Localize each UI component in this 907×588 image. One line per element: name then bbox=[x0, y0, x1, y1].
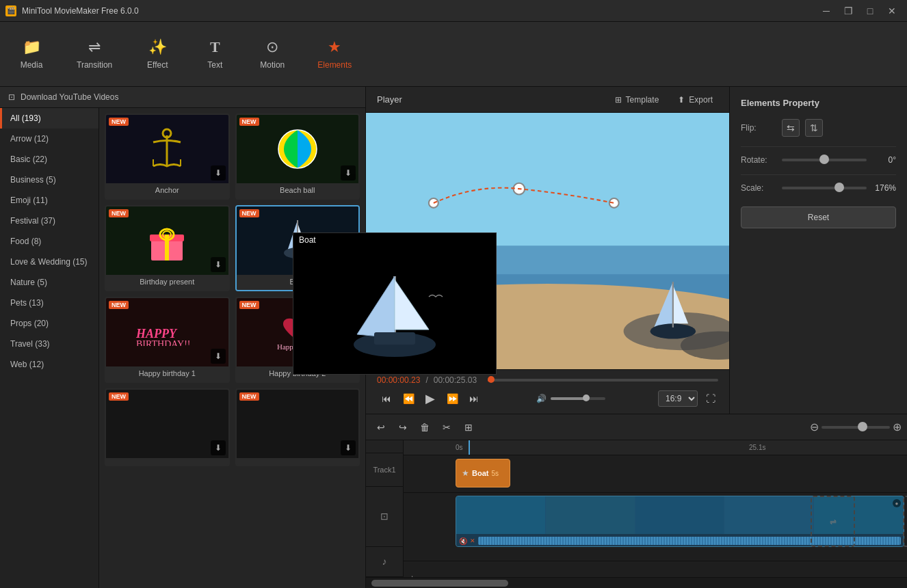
fullscreen-button[interactable]: ⛶ bbox=[703, 390, 718, 407]
frame-4 bbox=[724, 496, 814, 534]
element-row3-1-thumb: NEW ⬇ bbox=[106, 390, 228, 458]
clip-end-indicator: ● bbox=[893, 499, 901, 507]
cut-button[interactable]: ✂ bbox=[437, 418, 456, 437]
rotate-thumb[interactable] bbox=[819, 155, 829, 164]
cat-festival[interactable]: Festival (37) bbox=[0, 211, 98, 231]
volume-icon: 🔊 bbox=[536, 394, 547, 403]
timeline-ruler: 0s 25.1s bbox=[404, 440, 907, 455]
download-youtube-bar[interactable]: ⊡ Download YouTube Videos bbox=[0, 87, 365, 108]
tool-transition[interactable]: ⇌ Transition bbox=[68, 33, 120, 75]
cat-pets[interactable]: Pets (13) bbox=[0, 293, 98, 313]
cat-business[interactable]: Business (5) bbox=[0, 170, 98, 190]
cat-props[interactable]: Props (20) bbox=[0, 313, 98, 334]
redo-button[interactable]: ↪ bbox=[393, 418, 412, 437]
playhead[interactable] bbox=[469, 440, 470, 455]
tool-elements[interactable]: ★ Elements bbox=[309, 33, 360, 75]
scrollbar-thumb[interactable] bbox=[371, 580, 508, 587]
row3-2-download-btn[interactable]: ⬇ bbox=[341, 440, 356, 455]
restore-button[interactable]: ❐ bbox=[839, 1, 858, 21]
cat-travel[interactable]: Travel (33) bbox=[0, 334, 98, 354]
flip-row: Flip: ⇆ ⇅ bbox=[741, 119, 896, 137]
rotate-slider[interactable] bbox=[782, 159, 867, 161]
birthday-present-download-btn[interactable]: ⬇ bbox=[211, 257, 226, 272]
download-youtube-icon: ⊡ bbox=[8, 92, 15, 102]
element-birthday-present[interactable]: NEW ⬇ Birthday present bbox=[105, 205, 230, 291]
skip-start-button[interactable]: ⏮ bbox=[377, 389, 396, 408]
split-button[interactable]: ⊞ bbox=[459, 418, 478, 437]
reset-button[interactable]: Reset bbox=[741, 206, 896, 228]
rotate-row: Rotate: 0° bbox=[741, 155, 896, 165]
skip-end-button[interactable]: ⏭ bbox=[464, 389, 484, 408]
cat-arrow[interactable]: Arrow (12) bbox=[0, 129, 98, 149]
progress-thumb[interactable] bbox=[488, 376, 495, 383]
clip-name: Boat bbox=[472, 469, 488, 477]
scale-slider[interactable] bbox=[782, 187, 867, 189]
close-button[interactable]: ✕ bbox=[882, 1, 902, 21]
element-row3-1[interactable]: NEW ⬇ bbox=[105, 388, 230, 466]
element-anchor[interactable]: NEW ⬇ A bbox=[105, 113, 230, 200]
scale-control: 176% bbox=[782, 183, 896, 193]
player-header: Player ⊞ Template ⬆ Export bbox=[366, 87, 729, 113]
export-button[interactable]: ⬆ Export bbox=[672, 92, 718, 107]
tool-effect[interactable]: ✨ Effect bbox=[137, 33, 178, 75]
aspect-ratio-select[interactable]: 16:9 9:16 1:1 4:3 bbox=[658, 390, 698, 407]
playback-controls: ⏮ ⏪ ▶ ⏩ ⏭ bbox=[377, 389, 484, 408]
volume-slider[interactable] bbox=[551, 397, 605, 400]
flip-vertical-button[interactable]: ⇅ bbox=[805, 119, 823, 137]
titlebar-left: 🎬 MiniTool MovieMaker Free 6.0.0 bbox=[5, 5, 139, 16]
download-youtube-label: Download YouTube Videos bbox=[21, 92, 118, 102]
tool-motion[interactable]: ⊙ Motion bbox=[252, 33, 293, 75]
row3-1-download-btn[interactable]: ⬇ bbox=[211, 440, 226, 455]
progress-bar[interactable] bbox=[488, 379, 718, 382]
cat-nature[interactable]: Nature (5) bbox=[0, 272, 98, 293]
frame-2 bbox=[546, 496, 635, 534]
cat-food[interactable]: Food (8) bbox=[0, 231, 98, 252]
anchor-download-btn[interactable]: ⬇ bbox=[211, 165, 226, 181]
minimize-button[interactable]: ─ bbox=[817, 1, 836, 21]
track2-row: 🔇 ✕ ● ⇌ ⬇ bbox=[404, 493, 907, 561]
volume-fill bbox=[551, 397, 586, 400]
maximize-button[interactable]: □ bbox=[860, 1, 880, 21]
player-header-actions: ⊞ Template ⬆ Export bbox=[609, 92, 718, 107]
zoom-thumb[interactable] bbox=[858, 422, 867, 431]
timeline-scrollbar[interactable] bbox=[366, 577, 907, 588]
volume-thumb[interactable] bbox=[583, 395, 590, 401]
cat-love-wedding[interactable]: Love & Wedding (15) bbox=[0, 252, 98, 272]
hb1-download-btn[interactable]: ⬇ bbox=[211, 349, 226, 364]
cat-basic[interactable]: Basic (22) bbox=[0, 149, 98, 170]
time-total: 00:00:25.03 bbox=[434, 375, 477, 385]
cat-all[interactable]: All (193) bbox=[0, 108, 98, 129]
element-happy-birthday-1[interactable]: NEW HAPPY BIRTHDAY!! ⬇ Happy birthday 1 bbox=[105, 297, 230, 383]
zoom-in-icon[interactable]: ⊕ bbox=[893, 420, 902, 433]
zoom-slider[interactable] bbox=[821, 426, 890, 429]
skip-back-button[interactable]: ⏪ bbox=[399, 389, 418, 408]
flip-horizontal-button[interactable]: ⇆ bbox=[782, 119, 800, 137]
skip-forward-button[interactable]: ⏩ bbox=[443, 389, 462, 408]
tool-media[interactable]: 📁 Media bbox=[11, 33, 52, 75]
transition-slot-2[interactable]: ⬇ bbox=[903, 496, 907, 547]
element-beach-ball[interactable]: NEW ⬇ Beach ball bbox=[235, 113, 360, 200]
timeline-tracks[interactable]: 0s 25.1s ★ Boat 5s bbox=[404, 440, 907, 577]
tool-text[interactable]: T Text bbox=[194, 33, 235, 75]
play-button[interactable]: ▶ bbox=[421, 389, 440, 408]
boat-element-clip[interactable]: ★ Boat 5s bbox=[456, 459, 510, 487]
right-controls: 16:9 9:16 1:1 4:3 ⛶ bbox=[658, 390, 718, 407]
hb1-graphic: HAPPY BIRTHDAY!! bbox=[133, 319, 201, 346]
svg-rect-35 bbox=[374, 332, 415, 345]
transition-slot-1[interactable]: ⇌ bbox=[811, 496, 855, 547]
zoom-out-icon[interactable]: ⊖ bbox=[810, 420, 819, 433]
delete-button[interactable]: 🗑 bbox=[415, 418, 434, 437]
element-row3-2[interactable]: NEW ⬇ bbox=[235, 388, 360, 466]
scale-thumb[interactable] bbox=[834, 183, 844, 192]
svg-text:BIRTHDAY!!: BIRTHDAY!! bbox=[136, 339, 191, 346]
track2-label: ⊡ bbox=[366, 487, 403, 547]
cat-emoji[interactable]: Emoji (11) bbox=[0, 190, 98, 211]
media-icon: 📁 bbox=[23, 38, 41, 56]
app-title: MiniTool MovieMaker Free 6.0.0 bbox=[22, 6, 139, 16]
cat-web[interactable]: Web (12) bbox=[0, 354, 98, 375]
undo-button[interactable]: ↩ bbox=[371, 418, 391, 437]
template-button[interactable]: ⊞ Template bbox=[609, 92, 665, 107]
beach-ball-download-btn[interactable]: ⬇ bbox=[341, 165, 356, 181]
volume-area: 🔊 bbox=[536, 394, 605, 403]
export-icon: ⬆ bbox=[678, 95, 685, 105]
